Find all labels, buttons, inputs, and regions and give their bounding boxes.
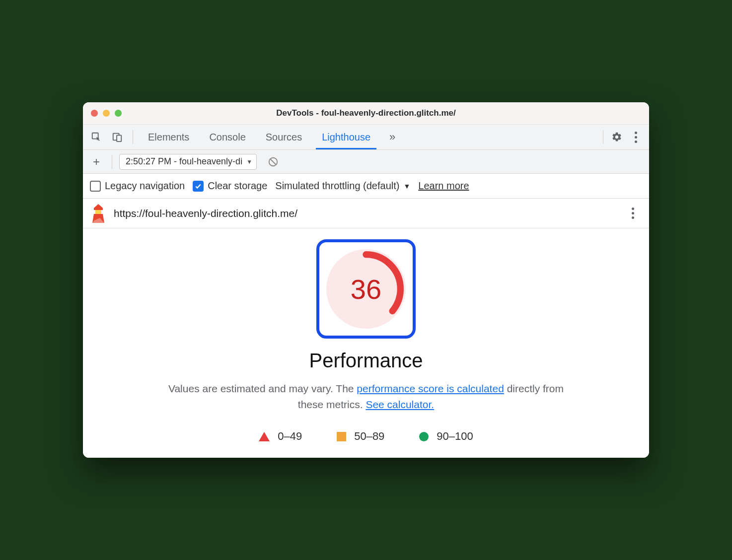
window-title: DevTools - foul-heavenly-direction.glitc… bbox=[83, 108, 649, 118]
legend-fail: 0–49 bbox=[259, 430, 302, 443]
performance-title: Performance bbox=[93, 350, 639, 372]
zoom-window-button[interactable] bbox=[115, 110, 122, 117]
new-report-button[interactable]: + bbox=[88, 153, 105, 170]
report-url: https://foul-heavenly-direction.glitch.m… bbox=[114, 208, 616, 219]
inspect-element-icon[interactable] bbox=[87, 128, 106, 146]
minimize-window-button[interactable] bbox=[103, 110, 110, 117]
tabs-right-group bbox=[599, 125, 645, 149]
report-menu-button[interactable] bbox=[623, 204, 642, 223]
chevron-down-icon: ▼ bbox=[403, 182, 410, 190]
toolbar-divider bbox=[112, 155, 112, 169]
legend-average-range: 50–89 bbox=[354, 430, 384, 443]
tabs-left-group: Elements Console Sources Lighthouse » bbox=[87, 125, 403, 149]
report-selector[interactable]: 2:50:27 PM - foul-heavenly-di ▼ bbox=[119, 154, 257, 170]
close-window-button[interactable] bbox=[91, 110, 98, 117]
chevron-down-icon: ▼ bbox=[246, 158, 252, 165]
tabs-divider-right bbox=[603, 130, 603, 144]
svg-rect-6 bbox=[95, 210, 101, 214]
lighthouse-options: Legacy navigation Clear storage Simulate… bbox=[83, 174, 649, 199]
triangle-icon bbox=[259, 432, 270, 441]
clear-storage-checkbox[interactable] bbox=[193, 181, 204, 192]
report-header: https://foul-heavenly-direction.glitch.m… bbox=[83, 199, 649, 228]
devtools-window: DevTools - foul-heavenly-direction.glitc… bbox=[83, 102, 649, 458]
throttling-label: Simulated throttling (default) bbox=[275, 180, 399, 192]
legacy-navigation-option[interactable]: Legacy navigation bbox=[90, 180, 185, 192]
report-body: 36 Performance Values are estimated and … bbox=[83, 228, 649, 458]
tab-lighthouse[interactable]: Lighthouse bbox=[313, 125, 379, 149]
score-calc-link[interactable]: performance score is calculated bbox=[357, 383, 504, 394]
titlebar: DevTools - foul-heavenly-direction.glitc… bbox=[83, 102, 649, 124]
performance-score-gauge[interactable]: 36 bbox=[326, 249, 406, 329]
desc-text-1: Values are estimated and may vary. The bbox=[168, 383, 357, 394]
svg-rect-2 bbox=[117, 135, 121, 141]
circle-icon bbox=[419, 432, 429, 441]
legend-fail-range: 0–49 bbox=[278, 430, 302, 443]
throttling-select[interactable]: Simulated throttling (default) ▼ bbox=[275, 180, 410, 192]
clear-storage-option[interactable]: Clear storage bbox=[193, 180, 267, 192]
legend-pass: 90–100 bbox=[419, 430, 473, 443]
score-highlight-box: 36 bbox=[316, 239, 416, 339]
legacy-navigation-checkbox[interactable] bbox=[90, 181, 101, 192]
lighthouse-logo-icon bbox=[90, 204, 107, 223]
report-selector-label: 2:50:27 PM - foul-heavenly-di bbox=[126, 156, 242, 167]
tabs-overflow-button[interactable]: » bbox=[381, 131, 403, 143]
clear-report-icon[interactable] bbox=[264, 152, 283, 171]
performance-description: Values are estimated and may vary. The p… bbox=[162, 381, 570, 412]
score-legend: 0–49 50–89 90–100 bbox=[93, 430, 639, 443]
learn-more-link[interactable]: Learn more bbox=[418, 180, 469, 192]
device-toolbar-icon[interactable] bbox=[108, 128, 127, 146]
legacy-navigation-label: Legacy navigation bbox=[105, 180, 185, 192]
legend-pass-range: 90–100 bbox=[437, 430, 473, 443]
svg-line-4 bbox=[271, 159, 276, 164]
devtools-tabs: Elements Console Sources Lighthouse » bbox=[83, 124, 649, 150]
window-controls bbox=[91, 110, 122, 117]
lighthouse-toolbar: + 2:50:27 PM - foul-heavenly-di ▼ bbox=[83, 150, 649, 174]
settings-icon[interactable] bbox=[607, 128, 626, 146]
more-menu-icon[interactable] bbox=[626, 128, 645, 146]
see-calculator-link[interactable]: See calculator. bbox=[366, 399, 434, 410]
tab-console[interactable]: Console bbox=[200, 125, 254, 149]
svg-marker-5 bbox=[94, 204, 103, 210]
clear-storage-label: Clear storage bbox=[208, 180, 267, 192]
tab-elements[interactable]: Elements bbox=[139, 125, 198, 149]
legend-average: 50–89 bbox=[337, 430, 384, 443]
tabs-divider bbox=[133, 130, 133, 144]
performance-score-value: 36 bbox=[326, 249, 406, 329]
square-icon bbox=[337, 432, 346, 441]
tab-sources[interactable]: Sources bbox=[257, 125, 311, 149]
